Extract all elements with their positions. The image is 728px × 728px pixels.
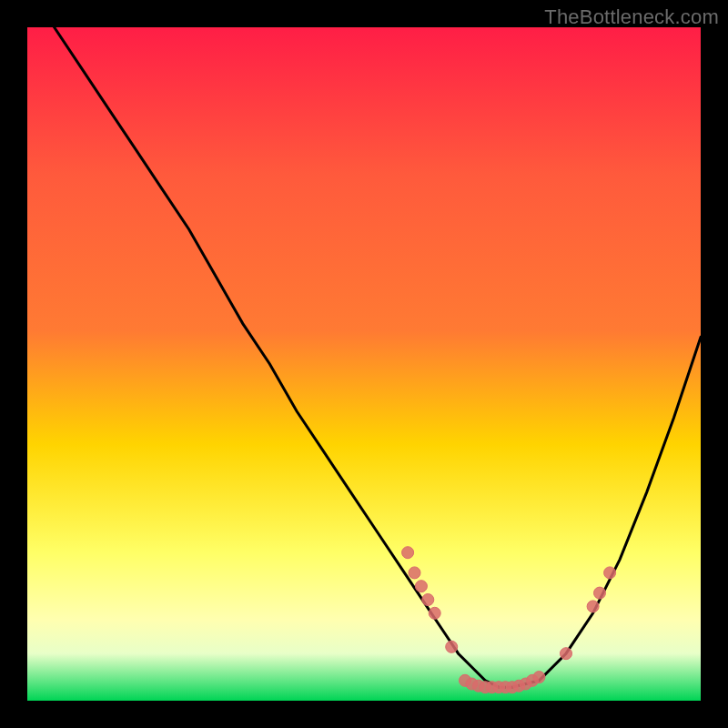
data-marker: [422, 594, 434, 606]
data-marker: [429, 607, 440, 619]
data-marker: [594, 587, 606, 599]
data-marker: [409, 567, 420, 579]
chart-svg: [27, 27, 701, 701]
plot-area: [27, 27, 701, 701]
data-marker: [415, 581, 427, 592]
chart-container: TheBottleneck.com: [0, 0, 728, 728]
watermark-text: TheBottleneck.com: [544, 5, 719, 29]
data-marker: [446, 641, 458, 652]
data-marker: [402, 547, 414, 559]
data-marker: [533, 672, 545, 683]
data-marker: [561, 648, 572, 660]
data-marker: [604, 567, 616, 579]
data-marker: [587, 601, 599, 612]
